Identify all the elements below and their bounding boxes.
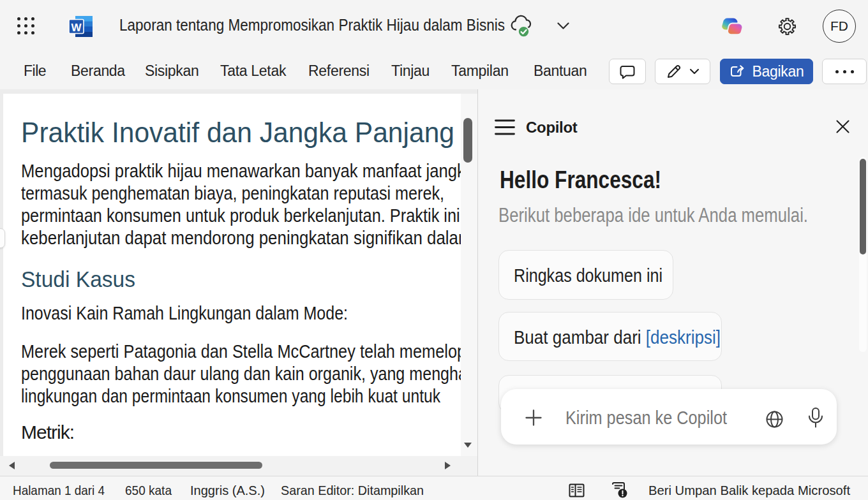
svg-text:W: W [71,22,82,34]
